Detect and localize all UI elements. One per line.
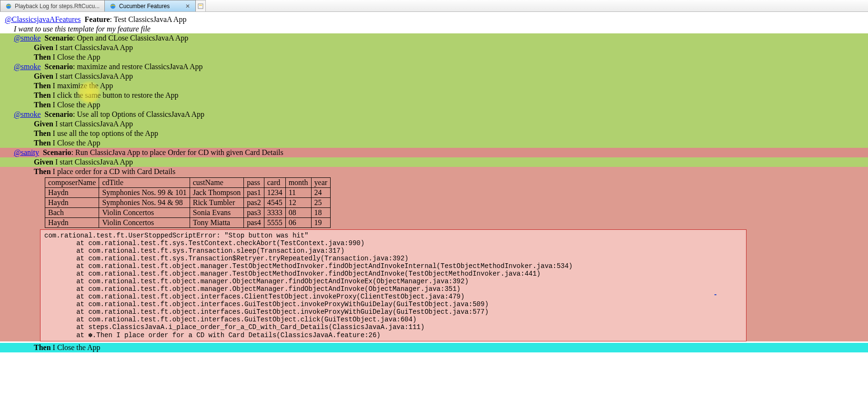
step-row-skipped: Then I Close the App: [0, 343, 868, 352]
step-text: I Close the App: [53, 343, 101, 351]
step-text: I click the same button to restore the A…: [53, 91, 179, 99]
step-keyword: Then: [34, 343, 51, 351]
scenario-tag-link[interactable]: @smoke: [14, 110, 41, 118]
table-cell: Symphonies Nos. 99 & 101: [99, 188, 190, 198]
tab-playback-log[interactable]: Playback Log for steps.RftCucu...: [0, 0, 105, 11]
table-cell: Sonia Evans: [190, 208, 244, 218]
scenario-keyword: Scenario: [43, 148, 71, 156]
step-row: Then I Close the App: [5, 138, 863, 148]
table-cell: 08: [285, 208, 311, 218]
step-keyword: Then: [34, 139, 51, 147]
step-row: Given I start ClassicsJavaA App: [5, 43, 863, 52]
new-tab-button[interactable]: [195, 0, 206, 11]
table-header: pass: [244, 178, 264, 188]
step-text: I maximize the App: [53, 82, 113, 90]
tab-bar: Playback Log for steps.RftCucu... Cucumb…: [0, 0, 868, 12]
svg-rect-3: [199, 5, 202, 6]
table-cell: 24: [311, 188, 331, 198]
svg-rect-2: [198, 4, 203, 9]
table-row: HaydnSymphonies Nos. 99 & 101Jack Thomps…: [45, 188, 331, 198]
table-cell: Violin Concertos: [99, 218, 190, 228]
table-header: month: [285, 178, 311, 188]
scenario-title: maximize and restore ClassicsJavaA App: [77, 62, 203, 71]
report-content: @ClassicsjavaAFeatures Feature: Test Cla…: [0, 12, 868, 352]
close-icon[interactable]: ✕: [185, 3, 191, 9]
tab-label: Playback Log for steps.RftCucu...: [15, 3, 100, 10]
step-text: I start ClassicsJavaA App: [55, 158, 133, 166]
table-header: year: [311, 178, 331, 188]
table-cell: Bach: [45, 208, 99, 218]
step-text: I place order for a CD with Card Details: [53, 167, 176, 175]
ie-icon: [110, 3, 116, 10]
scenario-tag-link[interactable]: @smoke: [14, 34, 41, 42]
step-keyword: Then: [34, 101, 51, 109]
table-header: composerName: [45, 178, 99, 188]
step-text: I start ClassicsJavaA App: [55, 120, 133, 128]
table-header: custName: [190, 178, 244, 188]
feature-description: I want to use this template for my featu…: [5, 25, 863, 33]
tab-cucumber-features[interactable]: Cucumber Features ✕: [104, 0, 196, 11]
scenario-tag-link[interactable]: @smoke: [14, 62, 41, 71]
step-text: I Close the App: [53, 139, 101, 147]
data-table: composerNamecdTitlecustNamepasscardmonth…: [45, 177, 331, 228]
scenario-failing: @sanity Scenario: Run ClassicJava App to…: [0, 148, 868, 157]
step-keyword: Then: [34, 82, 51, 90]
step-keyword: Then: [34, 129, 51, 137]
table-cell: 12: [285, 198, 311, 208]
table-cell: 1234: [264, 188, 285, 198]
table-header: cdTitle: [99, 178, 190, 188]
table-header: card: [264, 178, 285, 188]
table-cell: Rick Tumbler: [190, 198, 244, 208]
table-cell: 25: [311, 198, 331, 208]
step-text: I use all the top options of the App: [53, 129, 158, 137]
step-row: Then I maximize the App: [5, 81, 863, 91]
feature-tag-link[interactable]: @ClassicsjavaAFeatures: [5, 15, 81, 23]
table-row: HaydnViolin ConcertosTony Miattapas45555…: [45, 218, 331, 228]
scenario-passing: @smoke Scenario: Open and CLose Classics…: [0, 33, 868, 62]
feature-keyword: Feature: [85, 15, 110, 23]
table-cell: pas4: [244, 218, 264, 228]
table-cell: Symphonies Nos. 94 & 98: [99, 198, 190, 208]
table-cell: Violin Concertos: [99, 208, 190, 218]
step-keyword: Then: [34, 167, 51, 175]
scenario-keyword: Scenario: [45, 34, 73, 42]
error-stacktrace: com.rational.test.ft.UserStoppedScriptEr…: [40, 229, 747, 341]
scenario-passing: @smoke Scenario: maximize and restore Cl…: [0, 62, 868, 110]
table-cell: Tony Miatta: [190, 218, 244, 228]
scenario-title: Use all top Options of ClassicsJavaA App: [77, 110, 205, 118]
table-cell: Haydn: [45, 198, 99, 208]
step-text: I Close the App: [53, 53, 101, 61]
table-cell: Haydn: [45, 188, 99, 198]
ie-icon: [5, 3, 12, 10]
step-keyword: Then: [34, 91, 51, 99]
table-cell: 5555: [264, 218, 285, 228]
scenario-keyword: Scenario: [45, 62, 73, 71]
step-row: Then I Close the App: [5, 100, 863, 110]
step-keyword: Given: [34, 158, 53, 166]
step-row: Then I Close the App: [5, 52, 863, 62]
table-cell: 11: [285, 188, 311, 198]
table-row: BachViolin ConcertosSonia Evanspas333330…: [45, 208, 331, 218]
table-cell: 19: [311, 218, 331, 228]
step-text: I start ClassicsJavaA App: [55, 43, 133, 52]
table-cell: Haydn: [45, 218, 99, 228]
table-cell: 18: [311, 208, 331, 218]
table-cell: pas3: [244, 208, 264, 218]
step-keyword: Then: [34, 53, 51, 61]
step-keyword: Given: [34, 43, 53, 52]
step-row: Given I start ClassicsJavaA App: [5, 119, 863, 129]
table-cell: pas2: [244, 198, 264, 208]
step-row: Then I click the same button to restore …: [5, 91, 863, 100]
scenario-title: Open and CLose ClassicsJavaA App: [77, 34, 189, 42]
scenario-title: Run ClassicJava App to place Order for C…: [75, 148, 283, 156]
table-cell: 3333: [264, 208, 285, 218]
scenario-keyword: Scenario: [45, 110, 73, 118]
feature-title: Test ClassicsJavaA App: [114, 15, 187, 23]
tab-label: Cucumber Features: [119, 3, 170, 10]
table-cell: pas1: [244, 188, 264, 198]
step-keyword: Given: [34, 120, 53, 128]
scenario-tag-link[interactable]: @sanity: [14, 148, 39, 156]
collapse-indicator[interactable]: -: [714, 291, 717, 299]
table-cell: 4545: [264, 198, 285, 208]
scenario-passing: @smoke Scenario: Use all top Options of …: [0, 110, 868, 148]
